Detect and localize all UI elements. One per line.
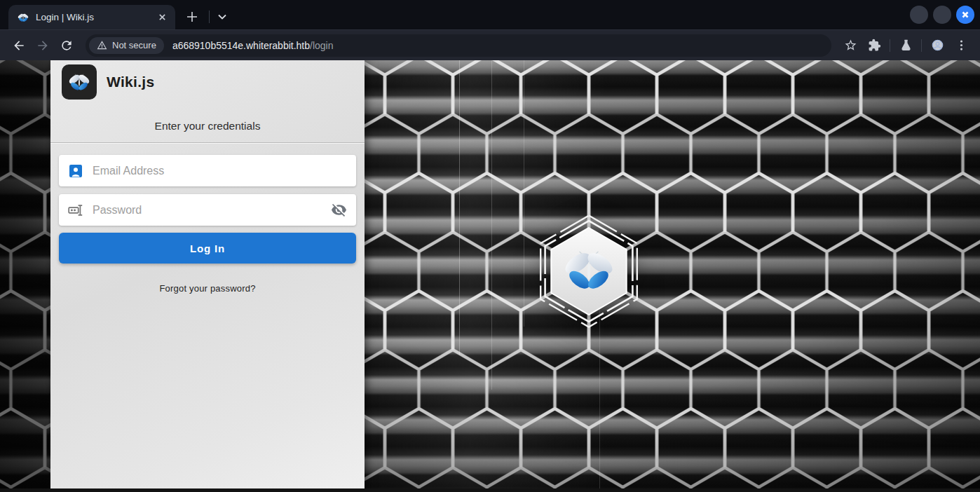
page-viewport: Wiki.js Enter your credentials: [0, 60, 980, 492]
window-controls: [910, 6, 974, 24]
tabstrip-separator: [209, 11, 210, 23]
bookmark-button[interactable]: [838, 34, 862, 57]
password-field-container: [59, 194, 356, 226]
close-icon: [961, 11, 969, 19]
brand-name: Wiki.js: [107, 74, 154, 90]
flask-icon: [899, 39, 913, 52]
close-window-button[interactable]: [956, 6, 974, 24]
reload-icon: [60, 39, 74, 53]
bottom-edge: [0, 488, 980, 492]
tab-search-button[interactable]: [212, 7, 232, 27]
url-host: a668910b5514e.whiterabbit.htb: [172, 40, 310, 51]
toolbar-separator: [921, 39, 922, 52]
brand-row: Wiki.js: [50, 60, 365, 100]
wikijs-butterfly-icon: [67, 69, 92, 95]
wikijs-favicon-icon: [17, 11, 29, 24]
maximize-button[interactable]: [933, 6, 951, 24]
address-bar[interactable]: Not secure a668910b5514e.whiterabbit.htb…: [86, 34, 831, 57]
textbox-password-icon: [67, 202, 84, 219]
eye-off-icon: [331, 202, 347, 218]
security-chip[interactable]: Not secure: [89, 37, 164, 54]
toolbar-actions: [838, 34, 973, 57]
cable-line: [524, 60, 524, 327]
password-input[interactable]: [93, 204, 329, 217]
forward-arrow-icon: [36, 39, 50, 53]
plus-icon: [186, 11, 198, 22]
cable-line: [491, 60, 492, 390]
star-icon: [844, 39, 857, 52]
minimize-button[interactable]: [910, 6, 928, 24]
back-arrow-icon: [12, 39, 26, 53]
password-visibility-toggle[interactable]: [329, 201, 348, 219]
kebab-menu-icon: [955, 39, 968, 52]
labs-button[interactable]: [894, 34, 918, 57]
account-box-icon: [67, 163, 84, 179]
profile-button[interactable]: [925, 34, 949, 57]
url-text: a668910b5514e.whiterabbit.htb/login: [172, 40, 334, 51]
cable-line: [459, 60, 460, 355]
browser-toolbar: Not secure a668910b5514e.whiterabbit.htb…: [0, 29, 980, 60]
browser-tab[interactable]: Login | Wiki.js: [8, 5, 175, 29]
puzzle-icon: [868, 39, 881, 52]
account-circle-icon: [931, 39, 944, 52]
tab-title: Login | Wiki.js: [36, 12, 149, 22]
login-form: Log In Forgot your password?: [50, 143, 365, 294]
forgot-password-link[interactable]: Forgot your password?: [159, 283, 255, 294]
warning-triangle-icon: [97, 40, 107, 50]
new-tab-button[interactable]: [182, 7, 202, 27]
login-button[interactable]: Log In: [59, 233, 356, 264]
wikijs-hexagon-emblem: [536, 212, 641, 331]
security-label: Not secure: [112, 40, 156, 50]
login-subtitle: Enter your credentials: [50, 118, 365, 134]
browser-menu-button[interactable]: [949, 34, 973, 57]
reload-button[interactable]: [55, 34, 79, 57]
email-field-container: [59, 155, 356, 186]
extensions-button[interactable]: [862, 34, 886, 57]
toolbar-separator: [890, 39, 890, 52]
email-input[interactable]: [93, 165, 348, 177]
login-panel: Wiki.js Enter your credentials: [50, 60, 365, 492]
tab-close-icon[interactable]: [156, 11, 168, 24]
browser-window: Login | Wiki.js: [0, 0, 980, 492]
wikijs-logo: [62, 64, 97, 100]
forward-button[interactable]: [31, 34, 55, 57]
back-button[interactable]: [7, 34, 31, 57]
chevron-down-icon: [217, 12, 227, 22]
tab-strip: Login | Wiki.js: [0, 0, 980, 29]
url-path: /login: [310, 40, 333, 51]
forgot-password-row: Forgot your password?: [59, 282, 356, 294]
